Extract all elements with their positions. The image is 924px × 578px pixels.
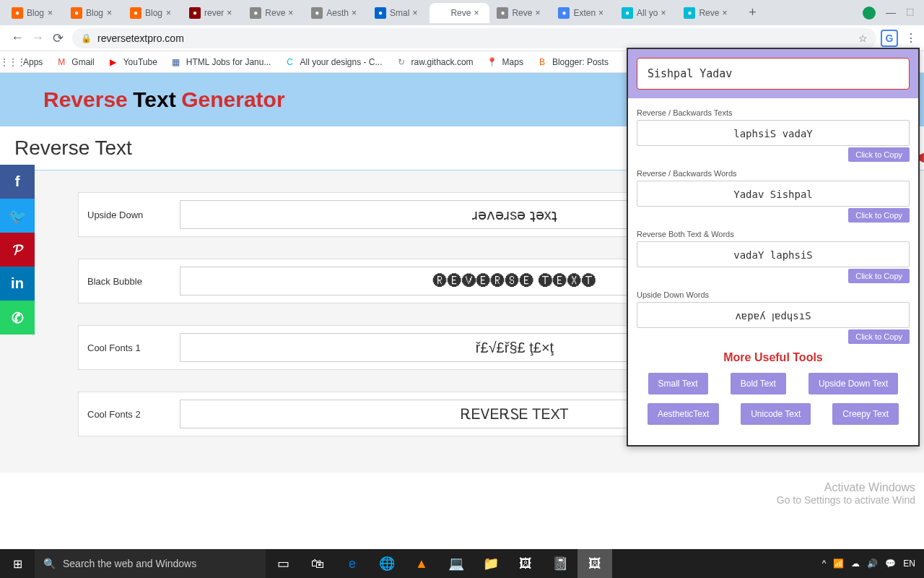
close-window-button[interactable]: ⬚: [906, 7, 914, 20]
browser-tab[interactable]: ●Reve×: [491, 3, 551, 23]
card-label: Black Bubble: [79, 276, 180, 287]
bookmark-item[interactable]: ▶YouTube: [108, 56, 157, 68]
task-view-button[interactable]: ▭: [266, 549, 300, 578]
tab-close-icon[interactable]: ×: [722, 8, 732, 18]
browser-tab[interactable]: ●Aesth×: [305, 3, 367, 23]
ext-section-label: Upside Down Words: [637, 290, 910, 299]
tab-close-icon[interactable]: ×: [48, 8, 58, 18]
browser-tab[interactable]: ●rever×: [183, 3, 243, 23]
share-facebook-button[interactable]: f: [0, 165, 35, 199]
ext-output-box[interactable]: ʌɐpɐʎ ןɐdɥsıS: [637, 302, 910, 328]
bookmark-item[interactable]: ↻raw.githack.com: [396, 56, 474, 68]
tray-notification-icon[interactable]: 💬: [885, 558, 896, 569]
ext-section-label: Reverse / Backwards Words: [637, 169, 910, 178]
ext-output-box[interactable]: Yadav Sishpal: [637, 181, 910, 207]
browser-tab[interactable]: ●Blog×: [6, 3, 64, 23]
browser-tab[interactable]: ●Exten×: [552, 3, 614, 23]
system-tray[interactable]: ^ 📶 ☁ 🔊 💬 EN: [822, 558, 924, 569]
bookmark-item[interactable]: CAll your designs - C...: [284, 56, 382, 68]
tray-volume-icon[interactable]: 🔊: [867, 558, 878, 569]
copy-button[interactable]: Click to Copy: [848, 329, 910, 344]
ext-tool-button[interactable]: Upside Down Text: [808, 373, 899, 394]
share-whatsapp-button[interactable]: ✆: [0, 301, 35, 335]
taskbar-edge-icon[interactable]: e: [335, 549, 370, 578]
copy-button[interactable]: Click to Copy: [848, 147, 910, 162]
bookmark-item[interactable]: ⋮⋮⋮Apps: [7, 56, 43, 68]
bookmark-item[interactable]: ▦HTML Jobs for Janu...: [170, 56, 271, 68]
bookmark-item[interactable]: BBlogger: Posts: [536, 56, 609, 68]
windows-activation-watermark: Activate Windows Go to Settings to activ…: [777, 481, 915, 506]
ext-output-box[interactable]: vadaY laphsiS: [637, 241, 910, 267]
url-text: reversetextpro.com: [97, 33, 184, 44]
browser-tab[interactable]: ●Reve×: [244, 3, 304, 23]
star-icon[interactable]: ☆: [858, 33, 868, 44]
ext-tool-button[interactable]: Unicode Text: [741, 403, 811, 425]
copy-button[interactable]: Click to Copy: [848, 208, 910, 223]
tray-wifi-icon[interactable]: 📶: [833, 558, 844, 569]
extension-popup: Reverse / Backwards Texts laphsiS vadaY …: [627, 48, 920, 447]
taskbar-photos-icon[interactable]: 🖼: [578, 549, 612, 578]
start-button[interactable]: ⊞: [0, 549, 35, 578]
card-label: Cool Fonts 1: [79, 342, 180, 353]
tab-close-icon[interactable]: ×: [598, 8, 609, 18]
taskbar-explorer-icon[interactable]: 📁: [474, 549, 508, 578]
taskbar-search-input[interactable]: 🔍 Search the web and Windows: [35, 549, 266, 578]
tab-close-icon[interactable]: ×: [412, 8, 422, 18]
share-pinterest-button[interactable]: 𝓟: [0, 233, 35, 267]
taskbar-vlc-icon[interactable]: ▲: [404, 549, 439, 578]
extension-text-input[interactable]: [648, 67, 899, 80]
tab-close-icon[interactable]: ×: [166, 8, 176, 18]
url-input[interactable]: 🔒 reversetextpro.com ☆: [72, 28, 876, 48]
windows-taskbar: ⊞ 🔍 Search the web and Windows ▭ 🛍 e 🌐 ▲…: [0, 549, 924, 578]
card-label: Cool Fonts 2: [79, 409, 180, 420]
browser-tab[interactable]: ●Blog×: [65, 3, 123, 23]
lock-icon: 🔒: [81, 33, 92, 43]
browser-tab[interactable]: ●Reve×: [678, 3, 738, 23]
back-button[interactable]: ←: [7, 28, 27, 48]
minimize-button[interactable]: —: [886, 7, 896, 20]
browser-tab-strip: ●Blog×●Blog×●Blog×●rever×●Reve×●Aesth×●S…: [0, 0, 924, 25]
bookmark-item[interactable]: MGmail: [56, 56, 94, 68]
ext-output-box[interactable]: laphsiS vadaY: [637, 120, 910, 146]
tab-close-icon[interactable]: ×: [107, 8, 117, 18]
taskbar-app-icon[interactable]: 💻: [439, 549, 474, 578]
window-controls: — ⬚: [863, 7, 918, 20]
ext-tool-button[interactable]: AestheticText: [648, 403, 719, 425]
profile-badge[interactable]: [863, 7, 876, 20]
taskbar-app2-icon[interactable]: 🖼: [508, 549, 543, 578]
browser-tab[interactable]: ●Smal×: [369, 3, 428, 23]
copy-button[interactable]: Click to Copy: [848, 269, 910, 283]
share-linkedin-button[interactable]: in: [0, 267, 35, 301]
taskbar-app3-icon[interactable]: 📓: [543, 549, 578, 578]
ext-section-label: Reverse Both Text & Words: [637, 230, 910, 238]
tab-close-icon[interactable]: ×: [288, 8, 298, 18]
tab-close-icon[interactable]: ×: [661, 8, 671, 18]
ext-tool-button[interactable]: Small Text: [648, 373, 708, 394]
tab-close-icon[interactable]: ×: [535, 8, 545, 18]
menu-icon[interactable]: ⋮: [905, 31, 917, 45]
tab-close-icon[interactable]: ×: [227, 8, 237, 18]
card-label: Upside Down: [79, 210, 180, 220]
ext-more-tools-heading: More Useful Tools: [637, 351, 910, 364]
taskbar-store-icon[interactable]: 🛍: [300, 549, 335, 578]
tray-language[interactable]: EN: [903, 558, 915, 569]
browser-tab[interactable]: ●All yo×: [616, 3, 676, 23]
tab-close-icon[interactable]: ×: [474, 8, 484, 18]
ext-section-label: Reverse / Backwards Texts: [637, 108, 910, 117]
extension-badge[interactable]: G: [881, 30, 898, 47]
new-tab-button[interactable]: +: [742, 3, 762, 23]
social-share-sidebar: f 🐦 𝓟 in ✆: [0, 165, 35, 335]
reload-button[interactable]: ⟳: [48, 28, 68, 48]
forward-button[interactable]: →: [27, 28, 48, 48]
ext-tool-button[interactable]: Creepy Text: [832, 403, 899, 425]
tray-chevron-icon[interactable]: ^: [822, 558, 827, 569]
browser-tab[interactable]: ●Blog×: [124, 3, 182, 23]
tray-onedrive-icon[interactable]: ☁: [851, 558, 860, 569]
taskbar-chrome-icon[interactable]: 🌐: [370, 549, 404, 578]
bookmark-item[interactable]: 📍Maps: [487, 56, 523, 68]
tab-close-icon[interactable]: ×: [352, 8, 362, 18]
share-twitter-button[interactable]: 🐦: [0, 199, 35, 233]
browser-tab[interactable]: ●Reve×: [430, 3, 489, 23]
ext-tool-button[interactable]: Bold Text: [731, 373, 786, 394]
